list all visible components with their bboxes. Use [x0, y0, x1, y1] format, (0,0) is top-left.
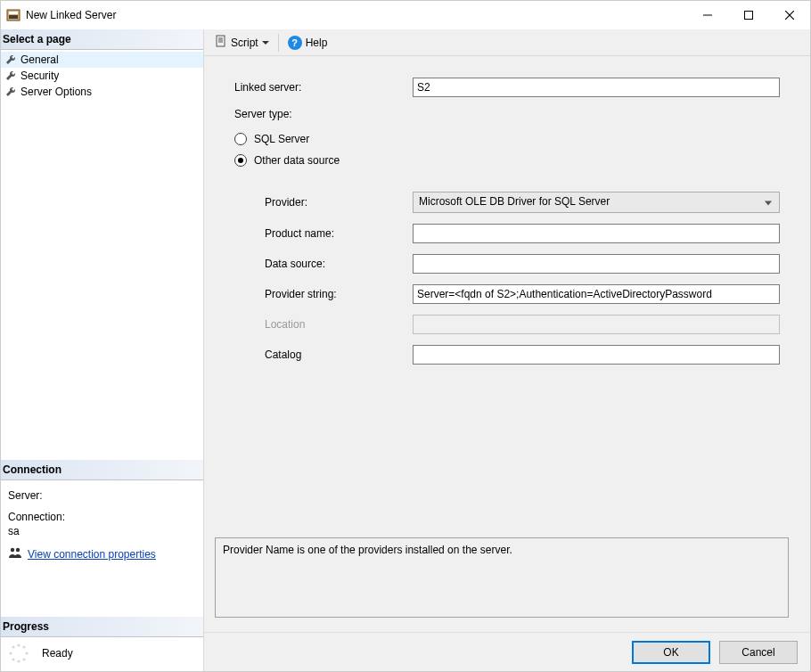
- connection-value: sa: [8, 525, 198, 537]
- help-label: Help: [306, 37, 328, 49]
- wrench-icon: [4, 86, 17, 98]
- provider-value: Microsoft OLE DB Driver for SQL Server: [419, 195, 610, 208]
- svg-point-11: [25, 652, 28, 654]
- script-icon: [215, 35, 227, 50]
- connection-header: Connection: [1, 460, 203, 480]
- svg-rect-1: [9, 12, 18, 14]
- radio-label: Other data source: [254, 154, 340, 167]
- location-input: [413, 315, 780, 334]
- wrench-icon: [4, 53, 17, 66]
- page-item-label: Security: [20, 70, 59, 82]
- progress-spinner-icon: [8, 643, 29, 664]
- window-controls: [687, 1, 810, 29]
- page-item-general[interactable]: General: [1, 52, 203, 68]
- svg-point-13: [17, 660, 20, 662]
- product-name-input[interactable]: [413, 224, 780, 243]
- svg-point-8: [16, 548, 20, 552]
- main-panel: Script ? Help Linked server: Server: [204, 29, 810, 671]
- sidebar: Select a page General Security: [1, 29, 204, 671]
- toolbar: Script ? Help: [204, 29, 810, 56]
- window-title: New Linked Server: [26, 9, 687, 21]
- script-label: Script: [231, 37, 258, 49]
- radio-icon: [234, 154, 247, 167]
- dialog-window: New Linked Server Select a page Gener: [0, 0, 811, 672]
- close-button[interactable]: [769, 1, 810, 29]
- provider-string-input[interactable]: [413, 284, 780, 304]
- hint-box: Provider Name is one of the providers in…: [215, 537, 789, 618]
- page-item-server-options[interactable]: Server Options: [1, 84, 203, 100]
- select-page-header: Select a page: [1, 29, 203, 50]
- titlebar: New Linked Server: [1, 1, 810, 29]
- minimize-button[interactable]: [687, 1, 728, 29]
- server-type-label: Server type:: [234, 108, 413, 120]
- radio-sql-server[interactable]: SQL Server: [234, 133, 789, 145]
- data-source-label: Data source:: [265, 258, 413, 270]
- cancel-button[interactable]: Cancel: [719, 641, 798, 664]
- svg-rect-2: [9, 15, 18, 19]
- page-item-label: Server Options: [20, 86, 92, 98]
- svg-point-16: [12, 645, 14, 648]
- help-button[interactable]: ? Help: [284, 34, 332, 52]
- svg-point-10: [22, 645, 25, 648]
- page-item-security[interactable]: Security: [1, 68, 203, 84]
- help-icon: ?: [288, 36, 302, 50]
- svg-point-14: [12, 658, 14, 660]
- view-connection-properties-link[interactable]: View connection properties: [28, 548, 156, 561]
- location-label: Location: [265, 318, 413, 331]
- progress-header: Progress: [1, 617, 203, 637]
- script-button[interactable]: Script: [211, 33, 273, 52]
- svg-rect-17: [217, 36, 225, 46]
- progress-status: Ready: [42, 647, 73, 660]
- catalog-input[interactable]: [413, 345, 780, 365]
- maximize-button[interactable]: [728, 1, 769, 29]
- provider-string-label: Provider string:: [265, 288, 413, 300]
- svg-point-15: [9, 652, 12, 654]
- ok-button[interactable]: OK: [632, 641, 710, 664]
- data-source-input[interactable]: [413, 254, 780, 274]
- page-list: General Security Server Options: [1, 50, 203, 102]
- radio-other-data-source[interactable]: Other data source: [234, 154, 789, 167]
- linked-server-input[interactable]: [413, 78, 780, 97]
- svg-point-12: [22, 658, 25, 660]
- svg-point-7: [11, 548, 14, 552]
- svg-point-9: [17, 643, 20, 646]
- form-area: Linked server: Server type: SQL Server O…: [204, 56, 810, 530]
- connection-label: Connection:: [8, 511, 198, 523]
- provider-dropdown[interactable]: Microsoft OLE DB Driver for SQL Server: [413, 192, 780, 213]
- people-icon: [8, 546, 22, 561]
- toolbar-separator: [278, 34, 279, 52]
- server-label: Server:: [8, 489, 198, 502]
- svg-rect-4: [745, 12, 753, 20]
- wrench-icon: [4, 70, 17, 82]
- radio-icon: [234, 133, 247, 145]
- radio-label: SQL Server: [254, 133, 309, 145]
- product-name-label: Product name:: [265, 227, 413, 240]
- linked-server-label: Linked server:: [234, 81, 413, 94]
- catalog-label: Catalog: [265, 348, 413, 361]
- provider-label: Provider:: [265, 196, 413, 209]
- page-item-label: General: [20, 53, 59, 66]
- chevron-down-icon: [262, 37, 269, 49]
- app-icon: [6, 8, 20, 22]
- dialog-footer: OK Cancel: [204, 632, 810, 671]
